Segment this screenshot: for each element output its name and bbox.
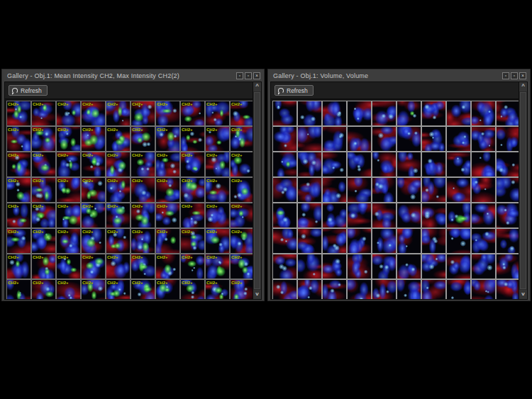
gallery-thumbnail[interactable]: CH2+ xyxy=(206,229,229,253)
gallery-thumbnail[interactable]: CH2+ xyxy=(57,152,80,176)
gallery-thumbnail[interactable] xyxy=(298,203,321,227)
gallery-thumbnail[interactable]: CH2+ xyxy=(181,101,204,125)
gallery-thumbnail[interactable]: CH2+ xyxy=(32,127,55,151)
gallery-thumbnail[interactable]: CH2+ xyxy=(181,178,204,202)
vertical-scrollbar[interactable]: ^ v xyxy=(253,82,261,299)
gallery-thumbnail[interactable] xyxy=(497,280,519,299)
gallery-thumbnail[interactable]: CH2+ xyxy=(231,127,253,151)
gallery-thumbnail[interactable] xyxy=(422,178,445,202)
gallery-thumbnail[interactable] xyxy=(472,254,495,279)
gallery-thumbnail[interactable]: CH2+ xyxy=(156,127,179,151)
gallery-thumbnail[interactable] xyxy=(472,280,495,299)
gallery-thumbnail[interactable] xyxy=(273,254,297,279)
gallery-thumbnail[interactable] xyxy=(348,101,371,125)
gallery-thumbnail[interactable]: CH2+ xyxy=(82,178,105,202)
gallery-thumbnail[interactable]: CH2+ xyxy=(231,203,253,227)
gallery-thumbnail[interactable]: CH2+ xyxy=(7,178,31,202)
gallery-thumbnail[interactable]: CH2+ xyxy=(57,280,80,299)
gallery-thumbnail[interactable]: CH2+ xyxy=(57,101,80,125)
gallery-thumbnail[interactable]: CH2+ xyxy=(106,254,130,279)
gallery-thumbnail[interactable] xyxy=(298,254,321,279)
gallery-thumbnail[interactable] xyxy=(447,127,470,151)
gallery-thumbnail[interactable]: CH2+ xyxy=(106,127,130,151)
panel-titlebar[interactable]: Gallery - Obj.1: Volume, Volume ▫ ▫ × xyxy=(270,69,528,82)
gallery-thumbnail[interactable]: CH2+ xyxy=(32,101,55,125)
gallery-thumbnail[interactable]: CH2+ xyxy=(82,254,105,279)
gallery-thumbnail[interactable] xyxy=(273,152,297,176)
gallery-thumbnail[interactable] xyxy=(447,178,470,202)
gallery-thumbnail[interactable] xyxy=(447,254,470,279)
gallery-thumbnail[interactable] xyxy=(397,152,421,176)
scroll-down-icon[interactable]: v xyxy=(519,290,527,299)
gallery-thumbnail[interactable] xyxy=(273,127,297,151)
gallery-thumbnail[interactable]: CH2+ xyxy=(156,152,179,176)
gallery-thumbnail[interactable]: CH2+ xyxy=(57,229,80,253)
scrollbar-track[interactable] xyxy=(519,91,527,290)
gallery-thumbnail[interactable]: CH2+ xyxy=(156,229,179,253)
gallery-thumbnail[interactable]: CH2+ xyxy=(7,152,31,176)
gallery-thumbnail[interactable] xyxy=(298,229,321,253)
gallery-thumbnail[interactable]: CH2+ xyxy=(131,178,155,202)
gallery-thumbnail[interactable]: CH2+ xyxy=(231,280,253,299)
gallery-thumbnail[interactable]: CH2+ xyxy=(57,254,80,279)
gallery-thumbnail[interactable]: CH2+ xyxy=(106,152,130,176)
gallery-thumbnail[interactable]: CH2+ xyxy=(206,152,229,176)
gallery-thumbnail[interactable]: CH2+ xyxy=(7,280,31,299)
gallery-thumbnail[interactable]: CH2+ xyxy=(206,178,229,202)
gallery-thumbnail[interactable]: CH2+ xyxy=(181,280,204,299)
refresh-button[interactable]: Refresh xyxy=(275,85,314,96)
gallery-thumbnail[interactable] xyxy=(372,203,396,227)
gallery-thumbnail[interactable] xyxy=(397,254,421,279)
gallery-thumbnail[interactable]: CH2+ xyxy=(7,127,31,151)
gallery-thumbnail[interactable]: CH2+ xyxy=(57,127,80,151)
gallery-thumbnail[interactable] xyxy=(273,101,297,125)
gallery-thumbnail[interactable] xyxy=(372,254,396,279)
vertical-scrollbar[interactable]: ^ v xyxy=(519,82,527,299)
gallery-thumbnail[interactable]: CH2+ xyxy=(156,178,179,202)
gallery-thumbnail[interactable] xyxy=(497,178,519,202)
close-icon[interactable]: × xyxy=(519,72,526,79)
scroll-down-icon[interactable]: v xyxy=(253,290,261,299)
gallery-thumbnail[interactable] xyxy=(447,229,470,253)
gallery-thumbnail[interactable]: CH2+ xyxy=(7,254,31,279)
gallery-thumbnail[interactable]: CH2+ xyxy=(206,101,229,125)
gallery-thumbnail[interactable]: CH2+ xyxy=(32,280,55,299)
gallery-thumbnail[interactable]: CH2+ xyxy=(131,280,155,299)
gallery-thumbnail[interactable] xyxy=(422,152,445,176)
gallery-thumbnail[interactable]: CH2+ xyxy=(32,229,55,253)
gallery-thumbnail[interactable] xyxy=(298,127,321,151)
gallery-thumbnail[interactable]: CH2+ xyxy=(231,178,253,202)
gallery-thumbnail[interactable] xyxy=(447,203,470,227)
gallery-thumbnail[interactable] xyxy=(348,127,371,151)
gallery-thumbnail[interactable] xyxy=(273,280,297,299)
gallery-thumbnail[interactable] xyxy=(298,152,321,176)
gallery-thumbnail[interactable] xyxy=(497,229,519,253)
gallery-thumbnail[interactable] xyxy=(497,127,519,151)
gallery-thumbnail[interactable]: CH2+ xyxy=(106,101,130,125)
gallery-thumbnail[interactable] xyxy=(323,229,346,253)
gallery-thumbnail[interactable]: CH2+ xyxy=(231,152,253,176)
gallery-thumbnail[interactable] xyxy=(422,280,445,299)
gallery-thumbnail[interactable] xyxy=(397,127,421,151)
gallery-thumbnail[interactable]: CH2+ xyxy=(82,203,105,227)
gallery-thumbnail[interactable]: CH2+ xyxy=(206,127,229,151)
gallery-thumbnail[interactable] xyxy=(372,127,396,151)
gallery-thumbnail[interactable] xyxy=(323,152,346,176)
maximize-button[interactable]: ▫ xyxy=(245,72,252,79)
gallery-thumbnail[interactable]: CH2+ xyxy=(181,229,204,253)
gallery-thumbnail[interactable]: CH2+ xyxy=(82,101,105,125)
gallery-thumbnail[interactable] xyxy=(447,152,470,176)
gallery-thumbnail[interactable] xyxy=(472,229,495,253)
gallery-thumbnail[interactable] xyxy=(472,101,495,125)
gallery-thumbnail[interactable]: CH2+ xyxy=(32,152,55,176)
refresh-button[interactable]: Refresh xyxy=(9,85,48,96)
gallery-thumbnail[interactable] xyxy=(273,178,297,202)
gallery-thumbnail[interactable] xyxy=(323,101,346,125)
gallery-thumbnail[interactable] xyxy=(348,203,371,227)
gallery-thumbnail[interactable] xyxy=(497,254,519,279)
gallery-thumbnail[interactable]: CH2+ xyxy=(231,229,253,253)
panel-titlebar[interactable]: Gallery - Obj.1: Mean Intensity CH2, Max… xyxy=(4,69,262,82)
gallery-thumbnail[interactable] xyxy=(397,178,421,202)
gallery-thumbnail[interactable]: CH2+ xyxy=(156,203,179,227)
gallery-thumbnail[interactable]: CH2+ xyxy=(57,203,80,227)
